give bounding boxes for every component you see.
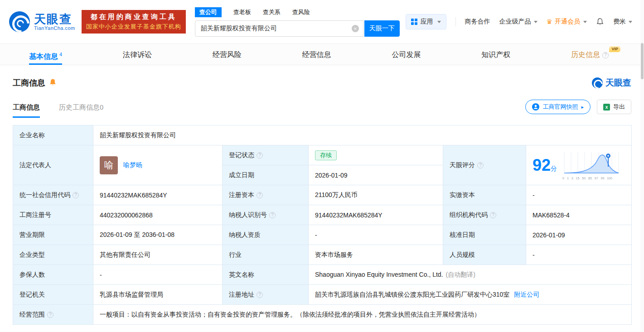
- scrollbar-thumb[interactable]: [641, 43, 644, 79]
- table-row: 参保人数 - 英文名称 Shaoguan Xinyao Equity Inves…: [13, 265, 632, 285]
- notification-bell-icon[interactable]: [596, 18, 604, 26]
- official-snapshot-button[interactable]: 工商官网快照 ▸: [525, 100, 591, 114]
- search-button[interactable]: 天眼一下: [364, 20, 400, 37]
- scrollbar[interactable]: [640, 0, 644, 332]
- search-tab-risk[interactable]: 查风险: [292, 8, 310, 16]
- nav-enterprise-products[interactable]: 企业级产品: [499, 18, 537, 26]
- reg-address-text: 韶关市乳源瑶族自治县乳城镇侯公渡东阳光工业园药厂研发中心310室: [315, 291, 509, 298]
- section-header: 工商信息 天眼查: [13, 77, 631, 89]
- score-number: 92分: [533, 157, 557, 173]
- english-name-text: Shaoguan Xinyao Equity Investment Co., L…: [315, 271, 443, 278]
- tab-business-info[interactable]: 经营信息: [302, 44, 331, 65]
- org-code-value: MAK68528-4: [526, 205, 632, 225]
- nav-divider: [455, 17, 456, 26]
- reg-status-label: 登记状态?: [223, 145, 309, 165]
- nav-vip-label: 开通会员: [555, 18, 580, 26]
- help-icon[interactable]: ?: [477, 162, 484, 168]
- reg-capital-label-text: 注册资本: [229, 191, 254, 199]
- help-icon[interactable]: ?: [73, 192, 79, 198]
- legal-rep-value: 喻 喻梦旸: [93, 145, 223, 185]
- help-icon[interactable]: ?: [257, 192, 263, 198]
- clear-icon[interactable]: ×: [352, 25, 359, 32]
- search-tab-company[interactable]: 查公司: [195, 7, 222, 17]
- apps-menu[interactable]: 应用: [406, 14, 446, 29]
- reg-authority-label: 登记机关: [13, 285, 93, 305]
- table-row: 统一社会信用代码? 91440232MAK685284Y 注册资本? 21100…: [13, 185, 632, 205]
- excel-icon: x: [603, 104, 610, 111]
- score-label: 天眼评分?: [443, 145, 526, 185]
- export-label: 导出: [613, 103, 625, 111]
- apps-label: 应用: [421, 18, 433, 26]
- user-menu[interactable]: 费米: [613, 18, 632, 26]
- tab-operational-risk[interactable]: 经营风险: [213, 44, 242, 65]
- reg-authority-value: 乳源县市场监督管理局: [93, 285, 223, 305]
- tab-basic-info[interactable]: 基本信息4: [29, 44, 62, 65]
- snapshot-label: 工商官网快照: [542, 103, 578, 111]
- score-label-text: 天眼评分: [450, 161, 475, 169]
- nearby-companies-link[interactable]: 附近公司: [514, 291, 539, 298]
- business-scope-label-text: 经营范围: [19, 311, 45, 319]
- help-icon[interactable]: ?: [257, 292, 263, 298]
- company-type-label: 企业类型: [13, 245, 93, 265]
- tab-company-development[interactable]: 公司发展: [392, 44, 421, 65]
- tianyancha-mini-icon: [592, 77, 603, 88]
- help-icon[interactable]: ?: [269, 212, 276, 218]
- subtab-history-business-info[interactable]: 历史工商信息0: [59, 103, 103, 118]
- table-row: 企业类型 其他有限责任公司 行业 资本市场服务 人员规模 -: [13, 245, 632, 265]
- tab-intellectual-property[interactable]: 知识产权: [481, 44, 510, 65]
- subscribe-bell-icon[interactable]: [49, 78, 57, 88]
- section-title: 工商信息: [13, 77, 45, 88]
- tianyancha-watermark: 天眼查: [592, 77, 631, 89]
- reg-status-label-text: 登记状态: [229, 151, 254, 159]
- reg-number-label: 工商注册号: [13, 205, 93, 225]
- subtab-business-info[interactable]: 工商信息: [13, 103, 40, 118]
- search-tab-boss[interactable]: 查老板: [233, 8, 251, 16]
- business-scope-label: 经营范围?: [13, 305, 93, 325]
- paid-capital-value: -: [526, 185, 632, 205]
- status-badge: 存续: [315, 150, 337, 160]
- avatar[interactable]: 喻: [100, 156, 118, 174]
- company-name-value: 韶关新耀股权投资有限公司: [93, 125, 632, 145]
- arrow-right-icon: ▸: [581, 104, 584, 110]
- tianyancha-logo[interactable]: 天眼查 TianYanCha.com: [9, 11, 75, 32]
- nav-open-vip[interactable]: ♛ 开通会员: [547, 18, 587, 26]
- table-row: 经营范围? 一般项目：以自有资金从事投资活动；自有资金投资的资产管理服务。（除依…: [13, 305, 632, 325]
- export-button[interactable]: x 导出: [597, 100, 631, 114]
- search-tab-relation[interactable]: 查关系: [263, 8, 281, 16]
- help-icon[interactable]: ?: [257, 152, 263, 159]
- table-row: 工商注册号 440232000062868 纳税人识别号? 91440232MA…: [13, 205, 632, 225]
- credit-code-value: 91440232MAK685284Y: [93, 185, 223, 205]
- help-icon[interactable]: ?: [602, 52, 609, 58]
- badge-person-icon: [532, 103, 539, 111]
- taxpayer-id-label: 纳税人识别号?: [223, 205, 309, 225]
- search-input[interactable]: [195, 20, 363, 37]
- score-axis-ticks: 0 1 3 15 50 85 97 99 100: [562, 177, 621, 180]
- credit-code-label: 统一社会信用代码?: [13, 185, 93, 205]
- taxpayer-id-label-text: 纳税人识别号: [229, 211, 267, 219]
- logo-text: 天眼查 TianYanCha.com: [34, 13, 75, 31]
- reg-address-value: 韶关市乳源瑶族自治县乳城镇侯公渡东阳光工业园药厂研发中心310室附近公司: [309, 285, 632, 305]
- help-icon[interactable]: ?: [490, 212, 496, 218]
- english-name-value: Shaoguan Xinyao Equity Investment Co., L…: [309, 265, 632, 285]
- header: 天眼查 TianYanCha.com 都在用的商业查询工具 国家中小企业发展子基…: [0, 0, 644, 43]
- nav-cooperation[interactable]: 商务合作: [465, 18, 490, 26]
- business-info-table: 企业名称 韶关新耀股权投资有限公司 法定代表人 喻 喻梦旸 登记状态? 存续 天…: [13, 125, 632, 325]
- search-input-wrap: ×: [195, 20, 363, 37]
- company-type-value: 其他有限责任公司: [93, 245, 223, 265]
- watermark-text: 天眼查: [605, 77, 631, 89]
- table-row: 登记机关 乳源县市场监督管理局 注册地址? 韶关市乳源瑶族自治县乳城镇侯公渡东阳…: [13, 285, 632, 305]
- vip-badge: VIP: [609, 46, 620, 52]
- industry-value: 资本市场服务: [309, 245, 443, 265]
- paid-capital-label: 实缴资本: [443, 185, 526, 205]
- staff-size-label: 人员规模: [443, 245, 526, 265]
- help-icon[interactable]: ?: [47, 312, 53, 318]
- reg-status-value: 存续: [309, 145, 443, 165]
- legal-rep-link[interactable]: 喻梦旸: [123, 161, 142, 169]
- tab-history-info[interactable]: VIP 历史信息?: [571, 44, 609, 65]
- insured-count-value: -: [93, 265, 223, 285]
- slogan-line2: 国家中小企业发展子基金旗下机构: [86, 23, 181, 31]
- chevron-down-icon: [629, 21, 632, 23]
- tab-legal-proceedings[interactable]: 法律诉讼: [123, 44, 152, 65]
- score-num: 92: [533, 156, 551, 174]
- search-area: 查公司 查老板 查关系 查风险 × 天眼一下: [195, 7, 400, 37]
